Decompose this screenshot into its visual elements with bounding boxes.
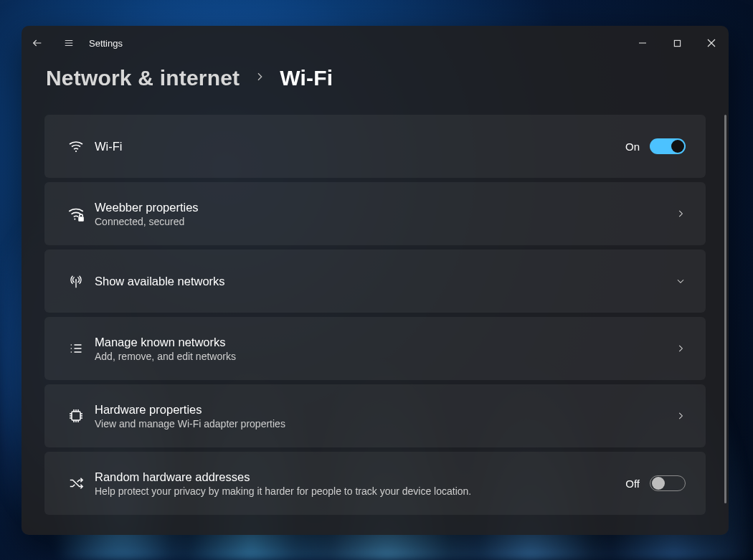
- wifi-icon: [60, 138, 92, 155]
- wifi-toggle-row: Wi-Fi On: [44, 115, 706, 178]
- breadcrumb-parent[interactable]: Network & internet: [46, 66, 240, 90]
- breadcrumb-current: Wi-Fi: [280, 66, 333, 90]
- chevron-right-icon: [676, 411, 686, 421]
- chip-icon: [60, 407, 92, 424]
- row-title: Wi-Fi: [95, 140, 625, 153]
- available-networks-row[interactable]: Show available networks: [44, 250, 706, 313]
- svg-rect-3: [78, 217, 84, 222]
- settings-list: Wi-Fi On Weebber properties Connected, s…: [44, 115, 706, 523]
- wifi-toggle-state: On: [625, 141, 640, 153]
- app-title: Settings: [89, 38, 123, 49]
- row-title: Random hardware addresses: [95, 470, 625, 484]
- row-title: Weebber properties: [95, 201, 676, 214]
- wifi-toggle[interactable]: [650, 138, 686, 154]
- list-icon: [60, 341, 92, 356]
- svg-rect-0: [674, 40, 680, 46]
- scrollbar[interactable]: [724, 115, 726, 503]
- row-title: Hardware properties: [95, 403, 676, 417]
- row-title: Manage known networks: [95, 336, 676, 349]
- svg-point-6: [71, 348, 72, 349]
- wifi-secure-icon: [60, 204, 92, 223]
- network-properties-row[interactable]: Weebber properties Connected, secured: [44, 182, 706, 245]
- antenna-icon: [60, 272, 92, 290]
- row-subtitle: Add, remove, and edit networks: [95, 351, 676, 362]
- hardware-properties-row[interactable]: Hardware properties View and manage Wi-F…: [44, 384, 706, 447]
- chevron-down-icon: [676, 276, 686, 286]
- random-hw-toggle[interactable]: [650, 475, 686, 491]
- svg-point-2: [74, 219, 75, 220]
- close-button[interactable]: [694, 30, 729, 56]
- title-bar: Settings: [22, 26, 729, 60]
- minimize-button[interactable]: [625, 30, 660, 56]
- shuffle-icon: [60, 475, 92, 491]
- svg-point-7: [71, 351, 72, 353]
- settings-window: Settings Network & internet Wi-Fi: [22, 26, 729, 535]
- random-hw-addresses-row: Random hardware addresses Help protect y…: [44, 452, 706, 515]
- row-title: Show available networks: [95, 275, 676, 288]
- row-subtitle: Connected, secured: [95, 216, 676, 227]
- maximize-button[interactable]: [660, 30, 694, 56]
- back-button[interactable]: [22, 26, 53, 60]
- chevron-right-icon: [676, 343, 686, 353]
- svg-rect-8: [72, 412, 80, 420]
- breadcrumb: Network & internet Wi-Fi: [22, 60, 729, 103]
- svg-point-4: [75, 279, 77, 280]
- svg-point-5: [71, 344, 72, 346]
- nav-menu-button[interactable]: [53, 26, 85, 60]
- row-subtitle: View and manage Wi-Fi adapter properties: [95, 418, 676, 430]
- chevron-right-icon: [676, 209, 686, 219]
- svg-point-1: [75, 151, 77, 152]
- row-subtitle: Help protect your privacy by making it h…: [95, 485, 625, 497]
- random-hw-toggle-state: Off: [625, 478, 640, 490]
- chevron-right-icon: [254, 71, 265, 85]
- known-networks-row[interactable]: Manage known networks Add, remove, and e…: [44, 317, 706, 380]
